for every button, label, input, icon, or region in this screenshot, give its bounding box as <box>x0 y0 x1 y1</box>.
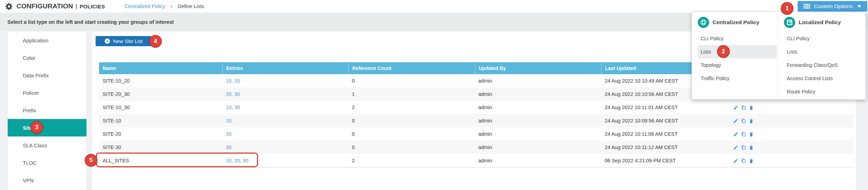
breadcrumb-link-centralized-policy[interactable]: Centralized Policy <box>125 3 165 9</box>
cell-name: SITE-30 <box>99 141 222 154</box>
globe-icon <box>698 17 709 28</box>
cell-updated-by: admin <box>475 141 601 154</box>
cell-reference-count: 0 <box>348 74 475 87</box>
cell-reference-count: 2 <box>348 101 475 114</box>
menu-item-localized-policy-cli-policy[interactable]: CLI Policy <box>784 32 864 45</box>
edit-icon[interactable] <box>733 158 738 163</box>
cell-entries-link[interactable]: 10, 20 <box>222 74 348 87</box>
sidebar-item-label: Color <box>23 55 35 61</box>
cell-name: SITE-10_30 <box>99 101 222 114</box>
dropdown-items-localized: CLI PolicyListsForwarding Class/QoSAcces… <box>778 32 866 98</box>
title-bar: CONFIGURATION | POLICIES Centralized Pol… <box>0 0 868 13</box>
sidebar-item-color[interactable]: Color <box>8 49 86 66</box>
menu-item-localized-policy-lists[interactable]: Lists <box>784 45 864 58</box>
row-actions <box>731 154 853 167</box>
menu-item-localized-policy-access-control-lists[interactable]: Access Control Lists <box>784 72 864 85</box>
sidebar-item-label: Prefix <box>23 107 36 113</box>
dropdown-header-localized: Localized Policy <box>784 16 866 28</box>
edit-icon[interactable] <box>733 132 738 137</box>
sidebar-item-label: Application <box>23 37 48 43</box>
sidebar-item-application[interactable]: Application <box>8 31 86 49</box>
cell-last-updated: 06 Sep 2022 4:21:09 PM CEST <box>601 154 731 167</box>
row-actions <box>731 101 853 114</box>
copy-icon[interactable] <box>741 158 746 163</box>
row-actions <box>731 114 853 127</box>
cell-updated-by: admin <box>475 127 601 141</box>
sidebar-item-data-prefix[interactable]: Data Prefix <box>8 66 86 84</box>
cell-name: SITE-20 <box>99 127 222 141</box>
menu-item-label: Forwarding Class/QoS <box>787 62 838 68</box>
sidebar-item-tloc[interactable]: TLOC <box>8 154 86 171</box>
menu-item-centralized-policy-traffic-policy[interactable]: Traffic Policy <box>697 72 777 85</box>
menu-item-label: Access Control Lists <box>787 76 833 81</box>
table-row-site-10-30[interactable]: SITE-10_3010, 302admin24 Aug 2022 10:11:… <box>99 101 853 114</box>
edit-icon[interactable] <box>733 118 738 124</box>
cell-entries-link[interactable]: 20, 30 <box>222 87 348 101</box>
column-header-name[interactable]: Name <box>99 62 222 74</box>
menu-item-localized-policy-forwarding-class-qos[interactable]: Forwarding Class/QoS <box>784 58 864 72</box>
table-row-site-30[interactable]: SITE-30300admin24 Aug 2022 10:11:12 AM C… <box>99 141 853 154</box>
sidebar-item-prefix[interactable]: Prefix <box>8 101 86 119</box>
table-row-site-20[interactable]: SITE-20200admin24 Aug 2022 10:11:06 AM C… <box>99 127 853 141</box>
copy-icon[interactable] <box>741 145 746 150</box>
plus-icon: + <box>105 38 110 44</box>
menu-item-label: Lists <box>701 49 711 55</box>
row-actions <box>731 127 853 141</box>
annotation-badge-1: 1 <box>781 2 793 15</box>
page-title-section: CONFIGURATION <box>16 2 73 10</box>
sidebar-item-label: Policer <box>23 90 39 96</box>
list-type-sidebar: ApplicationColorData PrefixPolicerPrefix… <box>8 31 86 190</box>
cell-entries-link[interactable]: 20 <box>222 127 348 141</box>
new-site-list-label: New Site List <box>113 38 143 44</box>
delete-icon[interactable] <box>749 145 754 150</box>
cell-reference-count: 0 <box>348 114 475 127</box>
menu-item-label: CLI Policy <box>701 36 723 41</box>
copy-icon[interactable] <box>741 118 746 124</box>
chevron-down-icon <box>857 5 861 8</box>
delete-icon[interactable] <box>749 118 754 124</box>
cell-entries-link[interactable]: 10, 20, 30 <box>222 154 348 167</box>
copy-icon[interactable] <box>741 132 746 137</box>
copy-icon[interactable] <box>741 105 746 110</box>
menu-item-centralized-policy-lists[interactable]: Lists <box>697 45 777 58</box>
menu-item-label: Traffic Policy <box>701 76 729 81</box>
column-header-entries[interactable]: Entries <box>222 62 348 74</box>
edit-icon[interactable] <box>733 105 738 110</box>
sidebar-item-policer[interactable]: Policer <box>8 84 86 101</box>
sidebar-item-vpn[interactable]: VPN <box>8 171 86 189</box>
menu-item-centralized-policy-cli-policy[interactable]: CLI Policy <box>697 32 777 45</box>
cell-reference-count: 0 <box>348 141 475 154</box>
sidebar-item-sla-class[interactable]: SLA Class <box>8 136 86 154</box>
custom-options-dropdown: Centralized Policy CLI PolicyListsTopolo… <box>692 12 866 100</box>
cell-updated-by: admin <box>475 114 601 127</box>
menu-item-localized-policy-route-policy[interactable]: Route Policy <box>784 85 864 98</box>
table-row-site-10[interactable]: SITE-10100admin24 Aug 2022 10:09:56 AM C… <box>99 114 853 127</box>
cell-entries-link[interactable]: 30 <box>222 141 348 154</box>
sidebar-item-label: VPN <box>23 177 34 183</box>
cell-name: SITE-10 <box>99 114 222 127</box>
cell-entries-link[interactable]: 10 <box>222 114 348 127</box>
building-icon <box>784 17 795 28</box>
column-header-reference-count[interactable]: Reference Count <box>348 62 475 74</box>
annotation-badge-3: 3 <box>30 121 43 134</box>
menu-item-centralized-policy-topology[interactable]: Topology <box>697 58 777 72</box>
delete-icon[interactable] <box>749 132 754 137</box>
custom-options-button[interactable]: Custom Options <box>798 1 867 12</box>
delete-icon[interactable] <box>749 158 754 163</box>
cell-last-updated: 24 Aug 2022 10:11:12 AM CEST <box>601 141 731 154</box>
sidebar-item-site[interactable]: Site <box>8 119 86 136</box>
breadcrumb-separator: > <box>170 4 173 9</box>
cell-name: ALL_SITES <box>99 154 222 167</box>
dropdown-column-localized: Localized Policy CLI PolicyListsForwardi… <box>778 12 866 99</box>
annotation-badge-5: 5 <box>85 154 97 167</box>
delete-icon[interactable] <box>749 105 754 110</box>
table-row-all-sites[interactable]: ALL_SITES10, 20, 302admin06 Sep 2022 4:2… <box>99 154 853 167</box>
edit-icon[interactable] <box>733 145 738 150</box>
cell-entries-link[interactable]: 10, 30 <box>222 101 348 114</box>
column-header-updated-by[interactable]: Updated By <box>475 62 601 74</box>
page-title-subsection: POLICIES <box>79 3 105 9</box>
sidebar-item-label: TLOC <box>23 160 37 166</box>
new-site-list-button[interactable]: + New Site List <box>96 36 152 46</box>
grid-icon <box>804 4 810 9</box>
subtitle-text: Select a list type on the left and start… <box>7 19 174 25</box>
